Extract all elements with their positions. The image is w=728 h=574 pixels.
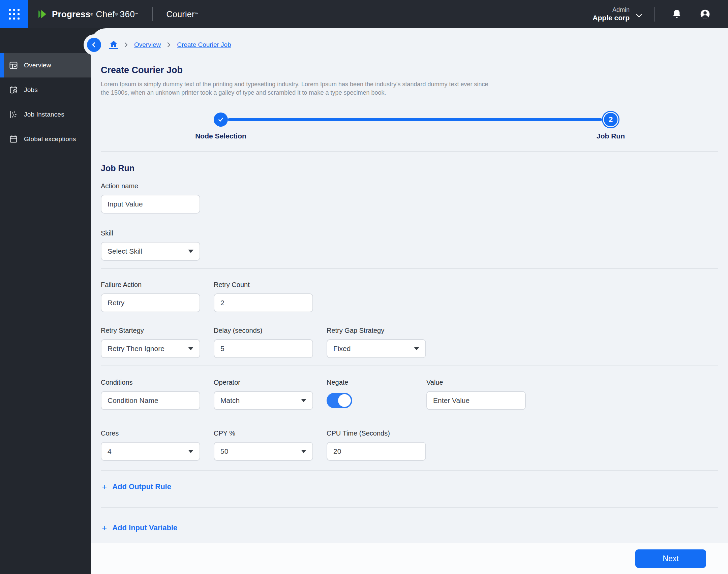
notifications-button[interactable] bbox=[669, 7, 684, 22]
retry-strategy-select[interactable]: Retry Then Ignore bbox=[101, 339, 200, 358]
next-button[interactable]: Next bbox=[635, 549, 706, 568]
retry-count-field: Retry Count bbox=[214, 281, 313, 312]
cpy-select[interactable]: 50 bbox=[214, 442, 313, 461]
step-number: 2 bbox=[604, 113, 617, 126]
action-name-input[interactable] bbox=[101, 195, 200, 214]
conditions-input[interactable] bbox=[101, 391, 200, 410]
retry-count-label: Retry Count bbox=[214, 281, 313, 289]
retry-gap-strategy-label: Retry Gap Strategy bbox=[327, 326, 426, 334]
footer-action-bar: Next bbox=[91, 543, 728, 574]
breadcrumb-link-overview[interactable]: Overview bbox=[134, 41, 161, 49]
divider bbox=[101, 470, 718, 471]
skill-label: Skill bbox=[101, 229, 200, 237]
step-label-job-run: Job Run bbox=[597, 132, 625, 140]
cores-select[interactable]: 4 bbox=[101, 442, 200, 461]
stepper-connector bbox=[228, 118, 602, 121]
caret-down-icon bbox=[414, 347, 419, 350]
operator-value: Match bbox=[220, 396, 240, 405]
skill-field: Skill Select Skill bbox=[101, 229, 200, 261]
product-name: Courier™ bbox=[166, 9, 199, 19]
failure-action-input[interactable] bbox=[101, 293, 200, 312]
main-content: Overview Create Courier Job Create Couri… bbox=[91, 28, 728, 574]
sidebar-item-jobs[interactable]: Jobs bbox=[0, 78, 91, 102]
step-job-run[interactable]: 2 bbox=[602, 111, 619, 128]
cpy-value: 50 bbox=[220, 447, 228, 455]
step-label-node-selection: Node Selection bbox=[195, 132, 246, 140]
breadcrumb-link-create-courier-job[interactable]: Create Courier Job bbox=[177, 41, 231, 49]
house-icon bbox=[110, 40, 118, 47]
sidebar-item-label: Jobs bbox=[24, 86, 38, 94]
retry-gap-strategy-select[interactable]: Fixed bbox=[327, 339, 426, 358]
caret-down-icon[interactable] bbox=[636, 13, 642, 20]
retry-gap-strategy-field: Retry Gap Strategy Fixed bbox=[327, 326, 426, 358]
chevron-right-icon bbox=[166, 42, 171, 48]
cores-field: Cores 4 bbox=[101, 429, 200, 461]
failure-action-field: Failure Action bbox=[101, 281, 200, 312]
cpu-time-field: CPU Time (Seconds) bbox=[327, 429, 426, 461]
org-switcher[interactable]: Admin Apple corp bbox=[593, 6, 630, 23]
sidebar-item-overview[interactable]: Overview bbox=[0, 53, 91, 77]
sidebar-nav: Overview Jobs bbox=[0, 28, 91, 574]
wizard-stepper: 2 Node Selection Job Run bbox=[91, 110, 728, 141]
delay-input[interactable] bbox=[214, 339, 313, 358]
retry-count-input[interactable] bbox=[214, 293, 313, 312]
cpy-field: CPY % 50 bbox=[214, 429, 313, 461]
header-right: Admin Apple corp bbox=[593, 6, 728, 23]
negate-toggle[interactable] bbox=[327, 393, 352, 408]
calendar-clock-icon bbox=[8, 85, 19, 95]
add-input-variable-link[interactable]: + Add Input Variable bbox=[102, 523, 177, 532]
value-input[interactable] bbox=[426, 391, 526, 410]
user-circle-icon bbox=[699, 8, 711, 20]
app-root: Progress®Chef®360℠ Courier™ Admin Apple … bbox=[0, 0, 728, 574]
sidebar-item-global-exceptions[interactable]: Global exceptions bbox=[0, 127, 91, 151]
cpy-label: CPY % bbox=[214, 429, 313, 437]
divider bbox=[101, 268, 718, 269]
header-divider bbox=[152, 7, 153, 21]
caret-down-icon bbox=[188, 250, 193, 253]
brand-chef-text: Chef bbox=[96, 9, 115, 20]
step-node-selection[interactable] bbox=[214, 113, 228, 127]
skill-select-value: Select Skill bbox=[108, 247, 142, 255]
header-divider bbox=[654, 7, 655, 22]
breadcrumb-home-link[interactable] bbox=[109, 40, 118, 49]
calendar-icon bbox=[8, 134, 19, 144]
retry-strategy-value: Retry Then Ignore bbox=[108, 345, 164, 353]
sidebar-item-label: Overview bbox=[24, 62, 51, 69]
operator-select[interactable]: Match bbox=[214, 391, 313, 410]
toggle-knob bbox=[338, 394, 351, 407]
sidebar-item-job-instances[interactable]: Job Instances bbox=[0, 102, 91, 127]
action-name-label: Action name bbox=[101, 182, 200, 190]
brand-logo: Progress®Chef®360℠ bbox=[37, 8, 139, 20]
breadcrumb: Overview Create Courier Job bbox=[109, 37, 728, 52]
add-output-rule-link[interactable]: + Add Output Rule bbox=[102, 482, 171, 491]
progress-logo-icon bbox=[37, 8, 49, 20]
retry-gap-strategy-value: Fixed bbox=[333, 345, 351, 353]
page-description: Lorem Ipsum is simply dummy text of the … bbox=[101, 80, 495, 97]
cpu-time-input[interactable] bbox=[327, 442, 426, 461]
sidebar-collapse-button[interactable] bbox=[87, 38, 101, 52]
app-launcher-button[interactable] bbox=[0, 0, 28, 28]
cores-label: Cores bbox=[101, 429, 200, 437]
page-title: Create Courier Job bbox=[101, 65, 728, 75]
section-title: Job Run bbox=[101, 163, 728, 173]
profile-button[interactable] bbox=[698, 7, 712, 22]
account-org: Apple corp bbox=[593, 13, 630, 22]
caret-down-icon bbox=[188, 347, 193, 350]
action-name-field: Action name bbox=[101, 182, 200, 214]
top-header: Progress®Chef®360℠ Courier™ Admin Apple … bbox=[0, 0, 728, 28]
delay-field: Delay (seconds) bbox=[214, 326, 313, 358]
retry-strategy-field: Retry Startegy Retry Then Ignore bbox=[101, 326, 200, 358]
plus-icon: + bbox=[102, 524, 107, 532]
check-icon bbox=[217, 116, 224, 123]
value-label: Value bbox=[426, 378, 526, 386]
brand-progress-text: Progress bbox=[52, 9, 90, 20]
cores-value: 4 bbox=[108, 447, 112, 455]
cpu-time-label: CPU Time (Seconds) bbox=[327, 429, 426, 437]
caret-down-icon bbox=[301, 450, 306, 453]
chevron-left-icon bbox=[91, 41, 97, 48]
skill-select[interactable]: Select Skill bbox=[101, 242, 200, 261]
divider bbox=[101, 365, 718, 366]
brand-360-text: 360 bbox=[120, 9, 135, 20]
retry-strategy-label: Retry Startegy bbox=[101, 326, 200, 334]
negate-field: Negate bbox=[327, 378, 413, 410]
